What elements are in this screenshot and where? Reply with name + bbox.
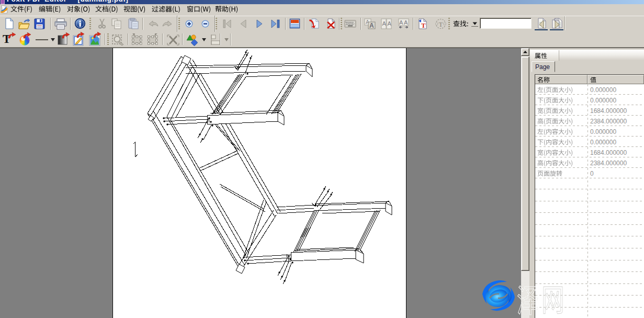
svg-text:A: A <box>404 19 408 26</box>
svg-text:T: T <box>439 20 443 28</box>
svg-text:T: T <box>421 21 426 29</box>
svg-text:A: A <box>369 22 374 29</box>
svg-text:A: A <box>382 20 387 27</box>
svg-text:A: A <box>388 20 392 27</box>
svg-text:A: A <box>399 19 403 26</box>
